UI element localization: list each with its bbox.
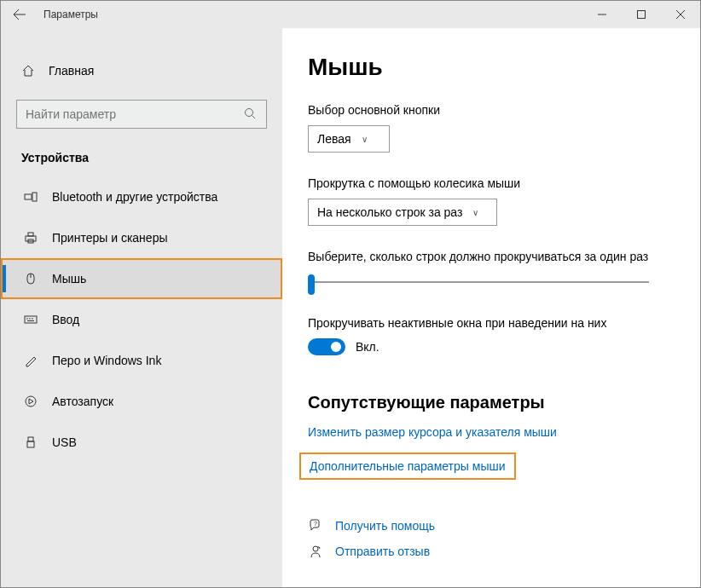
search-icon: [244, 107, 258, 121]
close-icon: [676, 10, 685, 19]
lines-label: Выберите, сколько строк должно прокручив…: [308, 250, 692, 263]
home-label: Главная: [49, 64, 94, 78]
get-help-link[interactable]: ? Получить помощь: [308, 519, 692, 533]
svg-rect-17: [28, 437, 33, 441]
arrow-left-icon: [13, 8, 26, 21]
help-icon: ?: [308, 519, 323, 533]
category-heading: Устройства: [1, 144, 282, 176]
feedback-icon: [308, 545, 323, 558]
sidebar-item-label: Bluetooth и другие устройства: [52, 190, 217, 204]
minimize-button[interactable]: [582, 1, 622, 28]
search-input[interactable]: [26, 107, 244, 121]
pen-icon: [23, 354, 38, 367]
home-link[interactable]: Главная: [1, 54, 282, 88]
svg-point-16: [26, 396, 36, 406]
svg-point-2: [246, 109, 253, 117]
sidebar-item-label: Перо и Windows Ink: [52, 354, 161, 367]
page-title: Мышь: [308, 54, 692, 81]
inactive-windows-label: Прокручивать неактивные окна при наведен…: [308, 316, 692, 330]
bluetooth-devices-icon: [23, 190, 38, 204]
window-title: Параметры: [43, 9, 98, 20]
usb-icon: [23, 435, 38, 449]
autoplay-icon: [23, 395, 38, 408]
feedback-label: Отправить отзыв: [335, 545, 430, 558]
sidebar-item-bluetooth[interactable]: Bluetooth и другие устройства: [1, 176, 282, 217]
maximize-button[interactable]: [622, 1, 661, 28]
sidebar-item-usb[interactable]: USB: [1, 422, 282, 463]
keyboard-icon: [23, 313, 38, 326]
sidebar-item-label: Принтеры и сканеры: [52, 231, 167, 245]
titlebar: Параметры: [1, 1, 700, 28]
mouse-icon: [23, 272, 38, 285]
svg-rect-1: [638, 11, 646, 19]
svg-rect-4: [25, 194, 32, 199]
scroll-wheel-label: Прокрутка с помощью колесика мыши: [308, 176, 692, 190]
feedback-link[interactable]: Отправить отзыв: [308, 545, 692, 558]
dropdown-value: На несколько строк за раз: [317, 205, 462, 219]
sidebar-item-label: Ввод: [52, 313, 79, 326]
toggle-knob: [331, 342, 341, 352]
sidebar-item-autoplay[interactable]: Автозапуск: [1, 381, 282, 422]
minimize-icon: [598, 10, 606, 19]
sidebar-item-mouse[interactable]: Мышь: [1, 258, 282, 299]
inactive-windows-toggle[interactable]: [308, 338, 345, 355]
printer-icon: [23, 231, 38, 245]
cursor-size-link[interactable]: Изменить размер курсора и указателя мыши: [308, 425, 557, 439]
window-controls: [582, 1, 700, 28]
primary-button-label: Выбор основной кнопки: [308, 103, 692, 117]
primary-button-dropdown[interactable]: Левая ∨: [308, 125, 390, 153]
svg-rect-18: [27, 441, 34, 447]
search-box[interactable]: [16, 100, 267, 129]
sidebar: Главная Устройства Bluetooth и другие ус…: [1, 28, 282, 587]
lines-slider[interactable]: [308, 272, 649, 292]
related-heading: Сопутствующие параметры: [308, 393, 692, 412]
svg-text:?: ?: [314, 521, 317, 527]
chevron-down-icon: ∨: [472, 208, 478, 217]
close-button[interactable]: [661, 1, 700, 28]
svg-rect-5: [32, 193, 37, 201]
home-icon: [21, 64, 35, 78]
sidebar-item-pen[interactable]: Перо и Windows Ink: [1, 340, 282, 381]
back-button[interactable]: [1, 1, 38, 28]
sidebar-item-printers[interactable]: Принтеры и сканеры: [1, 217, 282, 258]
sidebar-item-label: USB: [52, 435, 77, 449]
svg-line-3: [252, 116, 256, 119]
additional-mouse-options-link[interactable]: Дополнительные параметры мыши: [299, 453, 516, 480]
svg-rect-6: [26, 236, 36, 241]
sidebar-item-label: Мышь: [52, 272, 86, 285]
svg-rect-11: [25, 316, 37, 323]
slider-track: [308, 281, 649, 283]
sidebar-item-label: Автозапуск: [52, 395, 113, 408]
toggle-state: Вкл.: [356, 340, 379, 354]
main-panel: Мышь Выбор основной кнопки Левая ∨ Прокр…: [282, 28, 700, 587]
dropdown-value: Левая: [317, 132, 351, 146]
scroll-wheel-dropdown[interactable]: На несколько строк за раз ∨: [308, 199, 497, 226]
maximize-icon: [637, 10, 646, 19]
slider-thumb[interactable]: [308, 274, 315, 295]
get-help-label: Получить помощь: [335, 519, 435, 533]
svg-rect-7: [28, 233, 33, 236]
chevron-down-icon: ∨: [362, 135, 368, 144]
sidebar-item-typing[interactable]: Ввод: [1, 299, 282, 340]
